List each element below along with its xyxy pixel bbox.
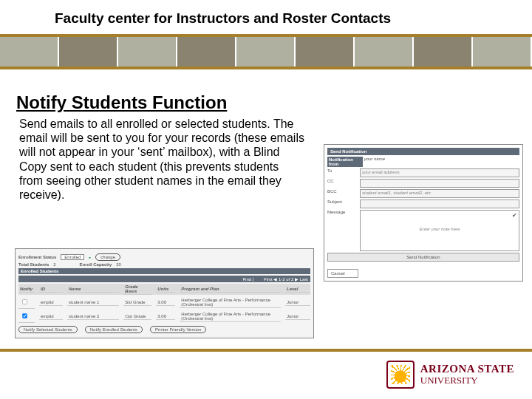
send-notification-screenshot: Send Notification Notification from your… — [324, 144, 523, 282]
table-row: emplidstudent name 1Std Grade3.00Herberg… — [18, 296, 310, 309]
form-row: Subject — [327, 200, 519, 208]
form-row: Toyour email address — [327, 168, 519, 177]
footer-divider — [0, 349, 532, 352]
roster-screenshot: Enrollment Status Enrolled ▾ change Tota… — [15, 248, 314, 338]
form-row: CC — [327, 179, 519, 188]
form-row: BCCstudent email1, student email2, etc. — [327, 189, 519, 198]
body-paragraph: Send emails to all enrolled or selected … — [19, 117, 305, 202]
notify-checkbox[interactable] — [22, 313, 27, 318]
change-button[interactable]: change — [95, 253, 120, 261]
notify-enrolled-button[interactable]: Notify Enrolled Students — [85, 326, 143, 333]
cancel-button[interactable]: Cancel — [327, 269, 358, 278]
table-row: emplidstudent name 2Opt Grade3.00Herberg… — [18, 310, 310, 323]
spellcheck-icon: ✔ — [512, 212, 517, 219]
bcc-field[interactable]: student email1, student email2, etc. — [360, 189, 519, 198]
section-heading: Notify Students Function — [16, 92, 227, 113]
cc-field[interactable] — [360, 179, 519, 188]
notify-selected-button[interactable]: Notify Selected Students — [18, 326, 78, 333]
asu-logo: ARIZONA STATEUNIVERSITY — [386, 361, 514, 389]
sunburst-icon — [386, 361, 415, 389]
slide-title: Faculty center for Instructors and Roste… — [55, 10, 391, 27]
decorative-photo-band — [0, 37, 532, 66]
enrolled-students-bar: Enrolled Students — [18, 268, 310, 274]
notify-checkbox[interactable] — [22, 299, 27, 304]
to-field[interactable]: your email address — [360, 168, 519, 177]
subject-field[interactable] — [360, 200, 519, 208]
printer-friendly-button[interactable]: Printer Friendly Version — [150, 326, 206, 333]
send-notification-button[interactable]: Send Notification — [327, 253, 519, 262]
